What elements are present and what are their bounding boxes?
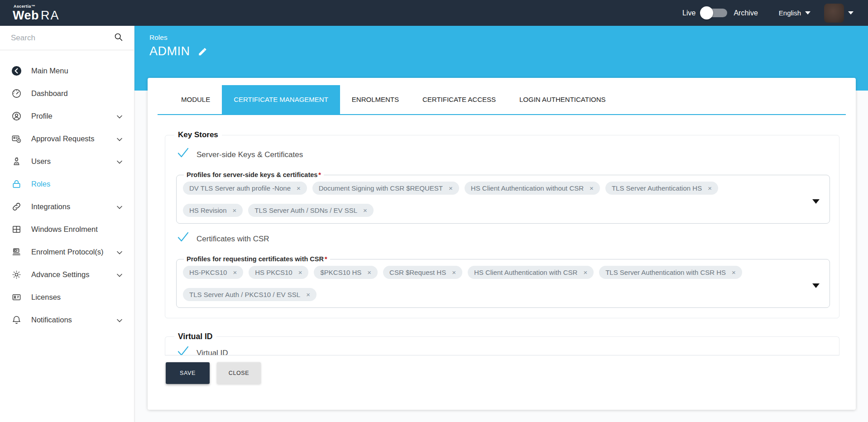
remove-chip-icon[interactable]: × <box>306 291 310 298</box>
gear-icon <box>11 269 22 280</box>
chevron-down-icon <box>117 134 122 143</box>
sidebar: Main Menu Dashboard <box>0 26 134 422</box>
sidebar-item-licenses[interactable]: Licenses <box>0 286 134 308</box>
tab-certificate-management[interactable]: CERTIFICATE MANAGEMENT <box>222 85 340 114</box>
chevron-down-icon <box>117 112 122 120</box>
field-label: Profiles for server-side keys & certific… <box>187 171 317 178</box>
key-stores-section: Key Stores Server-side Keys & Certificat… <box>165 130 839 318</box>
tab-login-authentications[interactable]: LOGIN AUTHENTICATIONS <box>508 85 618 114</box>
remove-chip-icon[interactable]: × <box>367 269 371 276</box>
users-icon <box>11 156 22 167</box>
live-archive-toggle[interactable] <box>701 9 727 17</box>
toggle-knob[interactable] <box>700 6 713 19</box>
remove-chip-icon[interactable]: × <box>583 269 587 276</box>
profile-icon <box>11 111 22 121</box>
sidebar-item-label: Windows Enrolment <box>31 225 98 234</box>
live-label: Live <box>682 9 695 17</box>
tab-certificate-access[interactable]: CERTIFICATE ACCESS <box>411 85 508 114</box>
brand-ascertia: Ascertia™ <box>14 5 60 9</box>
profile-chip: HS PKCS10× <box>249 266 308 279</box>
profile-chip: HS Client Authentication without CSR× <box>465 182 600 195</box>
remove-chip-icon[interactable]: × <box>708 185 712 192</box>
sidebar-item-users[interactable]: Users <box>0 150 134 173</box>
tab-module[interactable]: MODULE <box>169 85 222 114</box>
sidebar-item-windows-enrolment[interactable]: Windows Enrolment <box>0 218 134 240</box>
remove-chip-icon[interactable]: × <box>233 269 237 276</box>
sidebar-item-integrations[interactable]: Integrations <box>0 195 134 218</box>
required-asterisk: * <box>318 171 321 178</box>
top-navbar: Ascertia™ WebRA Live Archive English <box>0 0 868 26</box>
sidebar-item-advance-settings[interactable]: Advance Settings <box>0 263 134 286</box>
remove-chip-icon[interactable]: × <box>298 269 302 276</box>
remove-chip-icon[interactable]: × <box>449 185 453 192</box>
save-button[interactable]: SAVE <box>166 362 210 384</box>
search-input[interactable] <box>11 34 114 43</box>
bell-icon <box>11 315 22 325</box>
card-footer: SAVE CLOSE <box>166 362 846 384</box>
sidebar-item-label: Profile <box>31 112 53 120</box>
profile-chip: HS-PKCS10× <box>183 266 243 279</box>
sidebar-item-label: Main Menu <box>31 67 68 75</box>
sidebar-item-notifications[interactable]: Notifications <box>0 308 134 331</box>
sidebar-item-label: Licenses <box>31 293 61 302</box>
profile-chip: HS Revision× <box>183 204 243 217</box>
sidebar-item-main-menu[interactable]: Main Menu <box>0 59 134 82</box>
search-icon[interactable] <box>114 32 123 43</box>
checkbox-certificates-with-csr[interactable]: Certificates with CSR <box>177 233 833 245</box>
window-icon <box>11 224 22 235</box>
sidebar-menu: Main Menu Dashboard <box>0 50 134 331</box>
profile-chip: TLS Server Auth / SDNs / EV SSL× <box>248 204 374 217</box>
sidebar-item-dashboard[interactable]: Dashboard <box>0 82 134 105</box>
protocol-icon <box>11 247 22 257</box>
chevron-down-icon <box>117 202 122 211</box>
remove-chip-icon[interactable]: × <box>732 269 736 276</box>
remove-chip-icon[interactable]: × <box>363 207 367 214</box>
brand-logo[interactable]: Ascertia™ WebRA <box>13 5 60 22</box>
profile-chip: TLS Server Auth / PKCS10 / EV SSL× <box>183 288 317 301</box>
sidebar-item-label: Notifications <box>31 316 72 324</box>
profile-chip: HS Client Authentication with CSR× <box>468 266 594 279</box>
avatar <box>824 4 844 23</box>
selected-profiles: HS-PKCS10× HS PKCS10× $PKCS10 HS× CSR $R… <box>183 266 798 301</box>
sidebar-item-label: Integrations <box>31 202 70 211</box>
remove-chip-icon[interactable]: × <box>590 185 594 192</box>
chevron-down-icon <box>117 316 122 324</box>
checkmark-icon <box>177 232 189 245</box>
navbar-right: Live Archive English <box>682 4 854 23</box>
page-head: Roles ADMIN <box>149 34 207 58</box>
close-button[interactable]: CLOSE <box>217 362 261 384</box>
checkmark-icon <box>177 148 189 160</box>
profile-chip: DV TLS Server auth profile -None× <box>183 182 307 195</box>
dropdown-caret-icon[interactable] <box>812 199 820 204</box>
language-dropdown[interactable]: English <box>779 9 810 17</box>
sidebar-item-label: Approval Requests <box>31 134 94 143</box>
remove-chip-icon[interactable]: × <box>452 269 456 276</box>
main-area: Roles ADMIN MODULE CERTIFICATE MANAGEMEN… <box>134 26 868 422</box>
profile-chip: Document Signing with CSR $REQUEST× <box>312 182 459 195</box>
chevron-down-icon <box>117 157 122 166</box>
role-detail-card: MODULE CERTIFICATE MANAGEMENT ENROLMENTS… <box>148 78 856 410</box>
chevron-down-icon <box>848 11 854 14</box>
checkbox-label: Certificates with CSR <box>197 235 269 244</box>
checkbox-virtual-id[interactable]: Virtual ID <box>177 347 833 355</box>
checkbox-label: Server-side Keys & Certificates <box>197 150 303 159</box>
lock-icon <box>11 179 22 189</box>
sidebar-item-profile[interactable]: Profile <box>0 105 134 127</box>
sidebar-item-roles[interactable]: Roles <box>0 173 134 195</box>
section-title: Key Stores <box>174 130 222 139</box>
remove-chip-icon[interactable]: × <box>233 207 237 214</box>
tab-enrolments[interactable]: ENROLMENTS <box>340 85 411 114</box>
sidebar-item-enrolment-protocols[interactable]: Enrolment Protocol(s) <box>0 240 134 263</box>
sidebar-item-approval-requests[interactable]: Approval Requests <box>0 127 134 150</box>
back-circle-icon <box>11 66 22 76</box>
dashboard-icon <box>11 88 22 99</box>
checkbox-server-side-keys[interactable]: Server-side Keys & Certificates <box>177 149 833 161</box>
sidebar-item-label: Dashboard <box>31 89 68 98</box>
virtual-id-section: Virtual ID Virtual ID <box>165 332 839 355</box>
sidebar-item-label: Enrolment Protocol(s) <box>31 248 104 256</box>
edit-pencil-icon[interactable] <box>197 47 207 57</box>
remove-chip-icon[interactable]: × <box>297 185 301 192</box>
user-menu[interactable] <box>824 4 854 23</box>
required-asterisk: * <box>325 255 327 263</box>
dropdown-caret-icon[interactable] <box>812 283 820 288</box>
